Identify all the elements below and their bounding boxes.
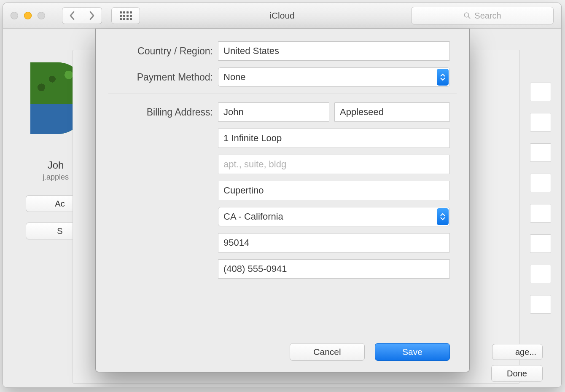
city-field[interactable]: Cupertino [218,181,450,200]
service-row[interactable] [530,234,551,253]
done-button[interactable]: Done [491,365,543,382]
close-window-button[interactable] [11,12,18,19]
divider [108,94,457,94]
show-all-button[interactable] [111,7,140,24]
window-controls [11,12,45,19]
phone-field[interactable]: (408) 555-0941 [218,259,450,279]
service-row[interactable] [530,295,551,314]
grid-icon [120,11,132,20]
service-toggles [530,83,551,325]
chevron-left-icon [69,11,75,20]
service-row[interactable] [530,83,551,101]
state-value: CA - California [223,211,283,222]
save-button[interactable]: Save [375,343,450,361]
payment-sheet: Country / Region: United States Payment … [95,29,470,372]
popup-stepper-icon [437,208,449,225]
forward-button[interactable] [82,7,102,24]
payment-method-select[interactable]: None [218,67,450,87]
first-name-field[interactable]: John [218,102,329,122]
service-row[interactable] [530,174,551,192]
svg-line-1 [468,16,471,19]
search-field[interactable]: Search [411,7,554,24]
sheet-button-bar: Cancel Save [290,343,450,361]
service-row[interactable] [530,265,551,283]
icloud-pane: Joh j.apples Ac S age... Done Country / … [3,29,561,388]
zip-field[interactable]: 95014 [218,233,450,252]
service-row[interactable] [530,113,551,132]
manage-button[interactable]: age... [492,344,543,360]
nav-back-forward [62,7,102,24]
search-placeholder: Search [474,11,501,21]
zoom-window-button[interactable] [38,12,45,19]
chevron-right-icon [89,11,95,20]
system-preferences-window: iCloud Search Joh j.apples Ac S [3,3,562,388]
payment-method-value: None [223,72,246,83]
service-row[interactable] [530,204,551,223]
street-field[interactable]: 1 Infinite Loop [218,129,450,148]
search-icon [463,12,471,19]
back-button[interactable] [62,7,82,24]
payment-method-label: Payment Method: [96,72,218,83]
billing-address-label: Billing Address: [96,107,218,118]
cancel-button[interactable]: Cancel [290,343,365,361]
titlebar: iCloud Search [3,3,561,29]
country-region-field[interactable]: United States [218,41,450,61]
service-row[interactable] [530,143,551,162]
popup-stepper-icon [437,69,449,86]
state-select[interactable]: CA - California [218,207,450,226]
last-name-field[interactable]: Appleseed [334,102,450,122]
minimize-window-button[interactable] [24,12,32,19]
apt-suite-field[interactable]: apt., suite, bldg [218,155,450,174]
payment-form: Country / Region: United States Payment … [96,29,469,279]
country-region-label: Country / Region: [96,46,218,57]
